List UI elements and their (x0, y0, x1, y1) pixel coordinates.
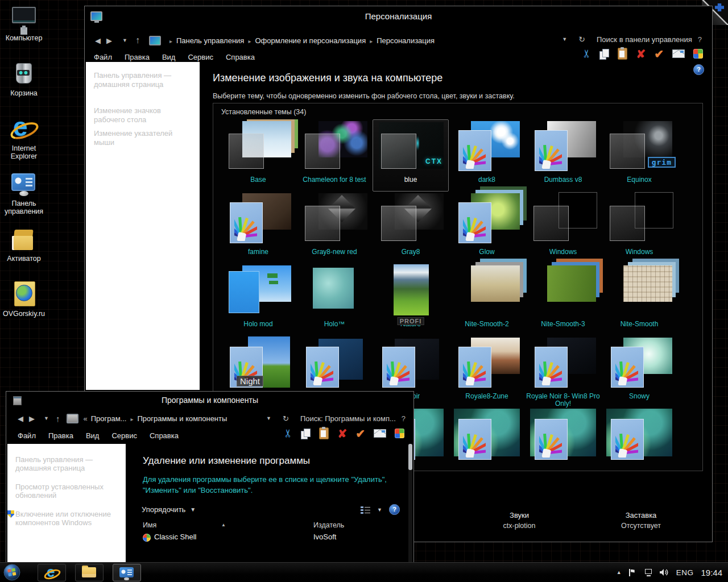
theme-item[interactable]: Gray8-new red (296, 192, 373, 264)
theme-item[interactable]: Holo mod (220, 264, 296, 336)
theme-item[interactable]: PROFI Nature (373, 264, 449, 336)
search-help-icon[interactable]: ? (402, 414, 406, 423)
menu-item[interactable]: Справка (226, 53, 255, 61)
list-view-icon[interactable] (361, 506, 370, 514)
help-icon[interactable]: ? (389, 504, 400, 515)
copy-icon[interactable] (599, 49, 609, 59)
taskbar-button[interactable] (38, 564, 66, 581)
table-row[interactable]: Classic Shell IvoSoft (143, 533, 396, 544)
theme-item[interactable]: Snowy (601, 336, 677, 408)
delete-icon[interactable]: ✘ (636, 49, 646, 59)
menu-item[interactable]: Вид (86, 431, 100, 440)
back-button[interactable]: ◀ (18, 414, 23, 423)
theme-item[interactable]: Windows (525, 192, 601, 264)
theme-item[interactable]: Royale8-Zune (449, 336, 525, 408)
taskbar-button[interactable] (75, 564, 104, 581)
theme-item[interactable]: Base (220, 119, 296, 192)
tray-expand-icon[interactable]: ▲ (617, 569, 622, 575)
search-help-icon[interactable]: ? (698, 35, 702, 44)
theme-item[interactable] (525, 408, 601, 471)
action-center-flag-icon[interactable] (629, 569, 635, 576)
forward-button[interactable]: ▶ (106, 36, 112, 45)
theme-item[interactable]: Nite-Smooth-3 (525, 264, 601, 336)
menu-item[interactable]: Файл (18, 431, 36, 440)
theme-item[interactable]: Royale Noir 8- Win8 Pro Only! (525, 336, 601, 408)
screensaver-control[interactable]: Заставка Отсутствует (595, 478, 686, 530)
windows-logo-icon[interactable] (395, 429, 404, 438)
breadcrumb-item-parent[interactable]: Програм... (91, 414, 127, 423)
search-input[interactable]: Поиск в панели управления (597, 35, 692, 44)
search-input[interactable]: Поиск: Программы и комп... (300, 414, 396, 423)
volume-icon[interactable] (659, 568, 669, 576)
sidebar-link[interactable]: Изменение указателей мыши (94, 129, 192, 147)
theme-item[interactable]: grim Equinox (601, 119, 677, 192)
breadcrumb-overflow-icon[interactable]: « (83, 414, 87, 423)
theme-item[interactable]: dark8 (449, 119, 525, 192)
clock[interactable]: 19:44 (701, 568, 722, 577)
desktop-icon[interactable]: Компьютер (0, 5, 48, 60)
sounds-control[interactable]: Звуки ctx-plotion (474, 478, 565, 530)
cut-icon[interactable]: ✂ (282, 429, 295, 438)
refresh-icon[interactable]: ↻ (283, 414, 289, 423)
sidebar-link[interactable]: Изменение значков рабочего стола (94, 106, 192, 124)
address-dropdown-icon[interactable]: ▼ (266, 415, 271, 421)
theme-item[interactable]: Gray8 (373, 192, 449, 264)
help-icon[interactable]: ? (693, 64, 704, 75)
desktop-icon[interactable]: Панель управления (0, 170, 48, 225)
start-button[interactable] (3, 564, 20, 581)
scrollbar-thumb[interactable] (408, 444, 412, 470)
personalization-titlebar[interactable]: Персонализация (85, 6, 712, 26)
sidebar-link[interactable]: Просмотр установленных обновлений (15, 483, 119, 500)
menu-item[interactable]: Вид (162, 53, 176, 61)
up-button[interactable]: ↑ (56, 414, 60, 423)
theme-item[interactable]: Windows (601, 192, 677, 264)
delete-icon[interactable]: ✘ (337, 429, 347, 439)
paste-icon[interactable] (618, 48, 627, 60)
check-icon[interactable]: ✔ (355, 429, 365, 439)
menu-item[interactable]: Сервис (111, 431, 137, 440)
view-dropdown-icon[interactable]: ▼ (377, 507, 382, 513)
menu-item[interactable]: Правка (125, 53, 150, 61)
forward-button[interactable]: ▶ (29, 414, 35, 423)
desktop-icon[interactable]: Активатор (0, 225, 48, 280)
sidebar-link[interactable]: Включение или отключение компонентов Win… (15, 510, 119, 527)
language-indicator[interactable]: ENG (676, 568, 694, 577)
menu-item[interactable]: Правка (48, 431, 73, 440)
menu-item[interactable]: Сервис (188, 53, 213, 61)
sidebar-link[interactable]: Панель управления — домашняя страница (94, 71, 192, 89)
desktop-icon[interactable]: OVGorskiy.ru (0, 280, 48, 335)
scrollbar[interactable] (408, 444, 412, 564)
desktop-icon[interactable]: Internet Explorer (0, 115, 48, 170)
mail-icon[interactable] (672, 49, 685, 58)
organize-button[interactable]: Упорядочить (142, 505, 185, 514)
sidebar-link[interactable]: Панель управления — домашняя страница (15, 455, 119, 472)
theme-item[interactable]: Nite-Smooth-2 (449, 264, 525, 336)
breadcrumb-item-current[interactable]: Программы и компоненты (137, 414, 227, 423)
menu-item[interactable]: Файл (94, 53, 112, 61)
theme-item[interactable]: famine (220, 192, 296, 264)
theme-item[interactable] (601, 408, 677, 471)
theme-item[interactable]: Holo™ (296, 264, 373, 336)
breadcrumb-item[interactable]: ▸Панель управления (166, 36, 244, 45)
history-dropdown-icon[interactable]: ▼ (122, 38, 127, 43)
network-icon[interactable] (642, 568, 652, 576)
history-dropdown-icon[interactable]: ▼ (44, 415, 49, 421)
theme-item[interactable]: CTX blue (373, 119, 449, 192)
back-button[interactable]: ◀ (95, 36, 101, 45)
breadcrumb-item[interactable]: ▸Персонализация (366, 36, 435, 45)
taskbar-button[interactable] (113, 564, 141, 581)
mail-icon[interactable] (374, 429, 386, 438)
address-dropdown-icon[interactable]: ▼ (562, 36, 567, 42)
theme-item[interactable]: Chameleon for 8 test (296, 119, 373, 192)
column-name[interactable]: Имя (143, 521, 156, 529)
copy-icon[interactable] (301, 429, 311, 439)
check-icon[interactable]: ✔ (654, 49, 664, 59)
sort-ascending-icon[interactable]: ▲ (221, 522, 226, 527)
column-publisher[interactable]: Издатель (313, 521, 344, 529)
theme-item[interactable] (449, 408, 525, 471)
menu-item[interactable]: Справка (150, 431, 179, 440)
refresh-icon[interactable]: ↻ (578, 35, 585, 44)
breadcrumb-item[interactable]: ▸Оформление и персонализация (244, 36, 366, 45)
windows-logo-icon[interactable] (693, 49, 703, 59)
cut-icon[interactable]: ✂ (580, 49, 593, 59)
